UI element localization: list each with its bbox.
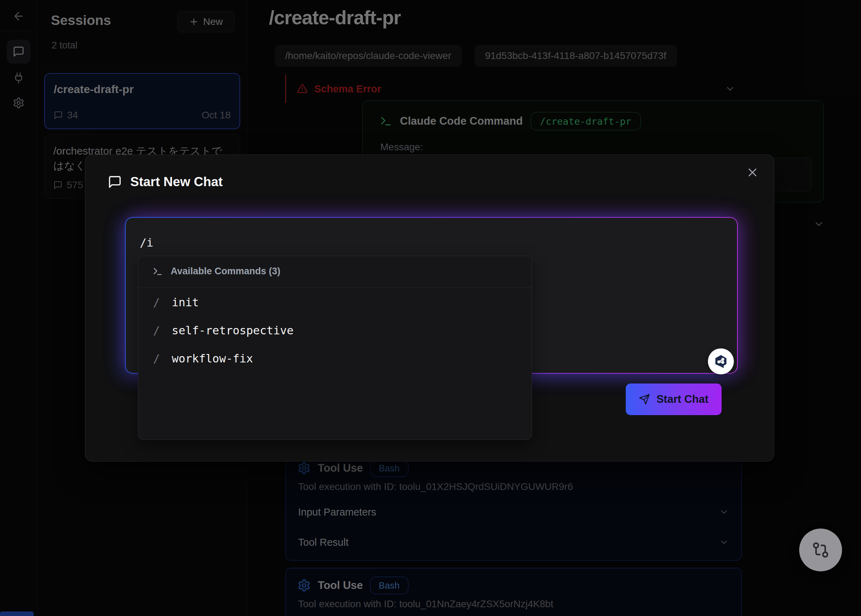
command-option-init[interactable]: / init [138,288,532,316]
command-name: init [172,296,199,309]
modal-title: Start New Chat [130,174,223,189]
terminal-icon [152,266,163,277]
close-button[interactable] [743,163,762,182]
chat-message-input[interactable] [140,230,666,255]
start-chat-label: Start Chat [656,393,708,405]
git-compare-fab[interactable] [799,528,842,571]
start-new-chat-modal: Start New Chat Available Commands (3) / … [85,154,774,462]
slash-prefix: / [153,324,160,337]
hex-chat-share-logo-icon [712,352,731,371]
command-suggestions-dropdown: Available Commands (3) / init / self-ret… [138,256,532,440]
slash-prefix: / [153,352,160,365]
app-root: Sessions New 2 total /create-draft-pr 34… [0,0,861,616]
available-commands-label: Available Commands (3) [171,266,281,277]
command-name: self-retrospective [172,324,294,337]
extension-logo-button[interactable] [708,348,734,374]
modal-header: Start New Chat [108,174,223,189]
slash-prefix: / [153,296,160,309]
close-icon [746,166,759,179]
dropdown-header: Available Commands (3) [152,266,281,277]
command-name: workflow-fix [172,352,253,365]
send-icon [639,394,650,405]
chat-bubble-icon [108,175,122,189]
start-chat-button[interactable]: Start Chat [626,383,721,415]
command-option-self-retrospective[interactable]: / self-retrospective [138,316,532,344]
command-option-workflow-fix[interactable]: / workflow-fix [138,344,532,372]
dropdown-divider [138,288,532,288]
git-compare-icon [811,541,830,559]
